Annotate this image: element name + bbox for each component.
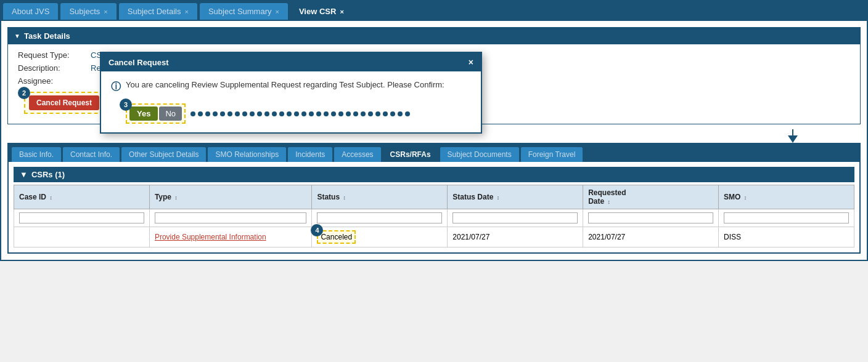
step-badge-3: 3: [120, 99, 132, 111]
csr-panel: ▼ CSRs (1) Case ID ↕ Type ↕: [9, 162, 859, 252]
sub-tab-foreign-travel[interactable]: Foreign Travel: [520, 147, 584, 162]
tab-subject-details-close[interactable]: ×: [184, 8, 188, 15]
tab-subject-summary-label: Subject Summary: [208, 7, 272, 16]
info-icon: ⓘ: [111, 81, 121, 94]
sub-tab-csrs-rfas-label: CSRs/RFAs: [390, 150, 431, 159]
csr-section-title: CSRs (1): [31, 170, 65, 179]
col-case-id: Case ID ↕: [14, 185, 150, 209]
dot: [309, 111, 314, 116]
sub-tab-smo-relationships[interactable]: SMO Relationships: [207, 147, 287, 162]
filter-status-cell: [312, 209, 448, 227]
modal-buttons: 3 Yes No: [126, 103, 471, 124]
dot: [375, 111, 380, 116]
sort-smo-icon[interactable]: ↕: [744, 195, 747, 201]
sub-tab-accesses[interactable]: Accesses: [334, 147, 381, 162]
tab-about-jvs-label: About JVS: [12, 7, 49, 16]
dot: [316, 111, 321, 116]
dot: [346, 111, 351, 116]
sub-tab-other-subject-details-label: Other Subject Details: [129, 150, 199, 159]
col-type-label: Type: [155, 193, 171, 201]
dot: [383, 111, 388, 116]
filter-case-id-input[interactable]: [19, 212, 144, 223]
dot: [390, 111, 395, 116]
tab-view-csr[interactable]: View CSR ×: [290, 2, 353, 20]
cell-requested-date: 2021/07/27: [583, 227, 719, 247]
dot: [331, 111, 336, 116]
filter-status-input[interactable]: [317, 212, 442, 223]
modal-body: ⓘ You are canceling Review Supplemental …: [101, 71, 481, 132]
sort-status-icon[interactable]: ↕: [343, 195, 346, 201]
sort-case-id-icon[interactable]: ↕: [49, 195, 52, 201]
dot: [368, 111, 373, 116]
dot: [324, 111, 329, 116]
modal-message-text: You are canceling Review Supplemental Re…: [126, 80, 444, 89]
dot: [405, 111, 410, 116]
dot: [272, 111, 277, 116]
modal-message: ⓘ You are canceling Review Supplemental …: [111, 80, 471, 94]
top-tab-bar: About JVS Subjects × Subject Details × S…: [0, 0, 868, 20]
tab-about-jvs[interactable]: About JVS: [2, 2, 59, 20]
cell-smo: DISS: [719, 227, 854, 247]
tab-subject-details-label: Subject Details: [128, 7, 181, 16]
confirm-no-button[interactable]: No: [159, 107, 182, 121]
assignee-label: Assignee:: [18, 76, 86, 86]
cancel-request-modal: Cancel Request × ⓘ You are canceling Rev…: [100, 52, 482, 134]
csr-section-header: ▼ CSRs (1): [14, 167, 854, 182]
sub-tab-contact-info-label: Contact Info.: [70, 150, 112, 159]
table-row: Provide Supplemental Information 4 Cance…: [14, 227, 854, 247]
tab-subjects-label: Subjects: [69, 7, 100, 16]
arrow-down-icon: [788, 135, 798, 143]
dot: [353, 111, 358, 116]
sub-tab-other-subject-details[interactable]: Other Subject Details: [121, 147, 207, 162]
csr-collapse-triangle[interactable]: ▼: [20, 170, 28, 179]
dot: [205, 111, 210, 116]
sub-tab-csrs-rfas[interactable]: CSRs/RFAs: [382, 147, 439, 162]
yes-no-wrapper: Yes No: [126, 103, 186, 124]
sub-tab-basic-info[interactable]: Basic Info.: [11, 147, 62, 162]
confirm-yes-button[interactable]: Yes: [129, 107, 158, 121]
sort-status-date-icon[interactable]: ↕: [497, 195, 500, 201]
filter-smo-cell: [719, 209, 854, 227]
dot: [190, 111, 195, 116]
col-status-label: Status: [317, 193, 340, 201]
sub-tab-incidents[interactable]: Incidents: [287, 147, 333, 162]
tab-subject-details[interactable]: Subject Details ×: [118, 2, 198, 20]
dot: [301, 111, 306, 116]
modal-close-button[interactable]: ×: [469, 57, 473, 67]
sub-tab-bar: Basic Info. Contact Info. Other Subject …: [9, 144, 859, 162]
table-filter-row: [14, 209, 854, 227]
task-details-header: ▼ Task Details: [8, 28, 860, 44]
tab-subject-summary[interactable]: Subject Summary ×: [199, 2, 289, 20]
cancel-request-button[interactable]: Cancel Request: [29, 95, 99, 110]
tab-subjects-close[interactable]: ×: [104, 8, 107, 15]
dot: [287, 111, 292, 116]
dot: [294, 111, 299, 116]
table-header-row: Case ID ↕ Type ↕ Status ↕: [14, 185, 854, 209]
collapse-triangle[interactable]: ▼: [14, 33, 20, 39]
request-type-label: Request Type:: [18, 50, 86, 60]
csr-table-wrapper: Case ID ↕ Type ↕ Status ↕: [14, 185, 854, 247]
dot: [227, 111, 232, 116]
filter-smo-input[interactable]: [724, 212, 849, 223]
cell-type[interactable]: Provide Supplemental Information: [149, 227, 312, 247]
sort-requested-date-icon[interactable]: ↕: [608, 199, 611, 205]
sub-tab-smo-relationships-label: SMO Relationships: [215, 150, 279, 159]
filter-requested-date-input[interactable]: [588, 212, 713, 223]
cell-case-id: [14, 227, 150, 247]
tab-subject-summary-close[interactable]: ×: [276, 8, 279, 15]
filter-type-input[interactable]: [155, 212, 307, 223]
col-status-date-label: Status Date: [452, 193, 493, 201]
step-badge-2: 2: [18, 87, 30, 99]
tab-view-csr-close[interactable]: ×: [340, 8, 343, 15]
sort-type-icon[interactable]: ↕: [174, 195, 178, 201]
sub-tab-basic-info-label: Basic Info.: [19, 150, 54, 159]
sub-tab-incidents-label: Incidents: [295, 150, 325, 159]
filter-status-date-input[interactable]: [452, 212, 578, 223]
dot: [338, 111, 343, 116]
sub-tab-contact-info[interactable]: Contact Info.: [62, 147, 120, 162]
tab-subjects[interactable]: Subjects ×: [60, 2, 117, 20]
cell-status: 4 Canceled: [312, 227, 448, 247]
sub-tab-subject-documents[interactable]: Subject Documents: [440, 147, 520, 162]
filter-requested-date-cell: [583, 209, 719, 227]
filter-case-id-cell: [14, 209, 150, 227]
